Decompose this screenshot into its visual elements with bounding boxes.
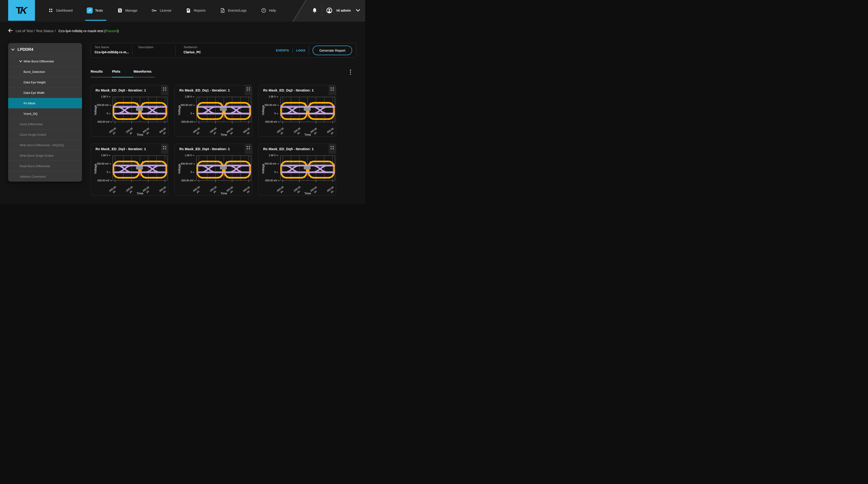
y-axis-label: Voltage xyxy=(261,155,265,183)
y-tick-label: 1.00 V xyxy=(265,154,278,157)
y-tick-label: -500.00 mV xyxy=(181,120,194,123)
plot-card-dq3: Rx Mask_ED_Dq3 - Iteration: 1 Voltage Ti… xyxy=(91,143,168,196)
expand-button[interactable] xyxy=(245,144,252,154)
top-nav-bar: T K Dashboard Tests Manage License Repor… xyxy=(0,0,365,22)
y-axis-label: Voltage xyxy=(178,155,181,183)
reports-doc-icon xyxy=(185,7,191,13)
y-tick-label: 0 xyxy=(265,171,278,173)
sidebar-item-write-burst-differential-tdq2dq: Write Burst Differential - tDQ2DQ xyxy=(8,140,82,150)
logs-link[interactable]: LOGS xyxy=(296,49,305,52)
y-tick-label: -500.00 mV xyxy=(265,179,278,182)
info-field-testbench: Testbench Clarius_PC xyxy=(184,45,201,54)
plot-title: Rx Mask_ED_Dq5 - Iteration: 1 xyxy=(263,147,314,151)
y-tick-label: 500.00 mV xyxy=(265,104,278,106)
nav-right-cluster: Hi admin xyxy=(312,0,361,21)
events-link[interactable]: EVENTS xyxy=(276,49,289,52)
y-axis-label: Voltage xyxy=(94,155,97,183)
sidebar-item-clock-differential: Clock Differential xyxy=(8,119,82,129)
info-field-test-name: Test Name Ccs-lp4-miltidq-rx-m... xyxy=(95,45,129,54)
info-field-description: Description xyxy=(138,45,153,50)
y-tick-label: 0 xyxy=(181,112,194,115)
y-tick-label: 0 xyxy=(97,171,111,173)
nav-item-tests[interactable]: Tests xyxy=(87,0,103,21)
y-axis-label: Voltage xyxy=(261,96,265,124)
y-tick-label: 0 xyxy=(181,171,194,173)
plot-card-dq2: Rx Mask_ED_Dq2 - Iteration: 1 Voltage Ti… xyxy=(258,85,336,137)
sidebar-item-vcent-dq[interactable]: Vcent_DQ xyxy=(8,108,82,119)
sidebar-header-lpddr4[interactable]: LPDDR4 xyxy=(8,43,82,56)
nav-item-manage[interactable]: Manage xyxy=(117,0,137,21)
y-tick-label: 1.00 V xyxy=(97,154,111,157)
expand-icon xyxy=(330,87,334,95)
kebab-menu-icon[interactable] xyxy=(348,69,352,75)
y-tick-label: 500.00 mV xyxy=(265,162,278,165)
y-tick-label: 1.00 V xyxy=(181,154,194,157)
chevron-down-icon[interactable] xyxy=(355,7,361,13)
expand-button[interactable] xyxy=(161,85,168,95)
plot-card-dq1: Rx Mask_ED_Dq1 - Iteration: 1 Voltage Ti… xyxy=(175,85,252,137)
eye-diagram-plot xyxy=(112,155,168,183)
plot-title: Rx Mask_ED_Dq1 - Iteration: 1 xyxy=(179,88,230,92)
info-actions: EVENTS LOGS Generate Report xyxy=(276,43,352,58)
tab-results[interactable]: Results xyxy=(91,70,112,77)
expand-icon xyxy=(330,146,334,154)
nav-item-help[interactable]: ? Help xyxy=(260,0,276,21)
y-tick-label: 500.00 mV xyxy=(181,104,194,106)
expand-button[interactable] xyxy=(329,144,336,154)
eye-diagram-plot xyxy=(196,96,251,124)
sidebar-item-rx-mask[interactable]: Rx Mask xyxy=(8,98,82,108)
nav-item-dashboard[interactable]: Dashboard xyxy=(48,0,73,21)
y-tick-label: 1.00 V xyxy=(181,95,194,98)
plot-card-dq4: Rx Mask_ED_Dq4 - Iteration: 1 Voltage Ti… xyxy=(175,143,252,196)
expand-button[interactable] xyxy=(329,85,336,95)
help-circle-icon: ? xyxy=(260,7,267,13)
eye-diagram-plot xyxy=(280,155,335,183)
generate-report-button[interactable]: Generate Report xyxy=(313,45,352,55)
y-axis-label: Voltage xyxy=(178,96,181,124)
avatar-icon[interactable] xyxy=(326,7,332,13)
chevron-down-icon xyxy=(11,47,15,52)
results-tabs: ResultsPlotsWaveforms xyxy=(91,70,155,77)
sidebar-header-label: LPDDR4 xyxy=(18,47,33,52)
test-tree-sidebar: LPDDR4 Write Burst Differential Burst_De… xyxy=(8,43,82,182)
breadcrumb-path[interactable]: List of Test / Test Status / xyxy=(16,29,56,33)
app-root: T K Dashboard Tests Manage License Repor… xyxy=(0,0,365,204)
tests-trend-icon xyxy=(87,7,93,13)
tab-plots[interactable]: Plots xyxy=(112,70,133,77)
y-tick-label: 500.00 mV xyxy=(97,104,111,106)
sidebar-item-data-eye-height[interactable]: Data Eye Height xyxy=(8,77,82,87)
info-divider xyxy=(175,46,176,55)
nav-divider xyxy=(322,5,322,15)
actions-divider xyxy=(309,46,309,55)
plot-card-dq0: Rx Mask_ED_Dq0 - Iteration: 1 Voltage Ti… xyxy=(91,85,168,137)
tek-logo[interactable]: T K xyxy=(8,0,35,21)
sidebar-item-clock-single-ended: Clock Single Ended xyxy=(8,129,82,140)
plot-title: Rx Mask_ED_Dq3 - Iteration: 1 xyxy=(95,147,146,151)
sidebar-item-burst-detection[interactable]: Burst_Detection xyxy=(8,66,82,77)
y-tick-label: -500.00 mV xyxy=(97,179,111,182)
back-arrow-icon[interactable] xyxy=(8,28,13,34)
test-info-bar: Test Name Ccs-lp4-miltidq-rx-m... Descri… xyxy=(91,43,356,58)
license-key-icon xyxy=(151,7,157,13)
sidebar-group-write-burst-differential[interactable]: Write Burst Differential xyxy=(8,56,82,66)
tab-waveforms[interactable]: Waveforms xyxy=(133,70,155,77)
plot-cards-grid: Rx Mask_ED_Dq0 - Iteration: 1 Voltage Ti… xyxy=(91,85,336,196)
eye-diagram-plot xyxy=(196,155,251,183)
expand-button[interactable] xyxy=(161,144,168,154)
manage-sliders-icon xyxy=(117,7,123,13)
y-tick-label: 500.00 mV xyxy=(97,162,111,165)
events-doc-icon xyxy=(220,7,226,13)
eye-diagram-plot xyxy=(280,96,335,124)
nav-item-reports[interactable]: Reports xyxy=(185,0,206,21)
expand-icon xyxy=(246,87,250,95)
nav-item-events-logs[interactable]: Events/Logs xyxy=(220,0,247,21)
expand-icon xyxy=(246,146,250,154)
user-greeting: Hi admin xyxy=(337,9,351,12)
expand-button[interactable] xyxy=(245,85,252,95)
svg-text:?: ? xyxy=(263,9,264,12)
bell-icon[interactable] xyxy=(312,7,318,13)
nav-item-license[interactable]: License xyxy=(151,0,172,21)
sidebar-item-data-eye-width[interactable]: Data Eye Width xyxy=(8,87,82,98)
expand-icon xyxy=(162,146,166,154)
breadcrumb: List of Test / Test Status / Ccs-lp4-mil… xyxy=(8,28,119,34)
